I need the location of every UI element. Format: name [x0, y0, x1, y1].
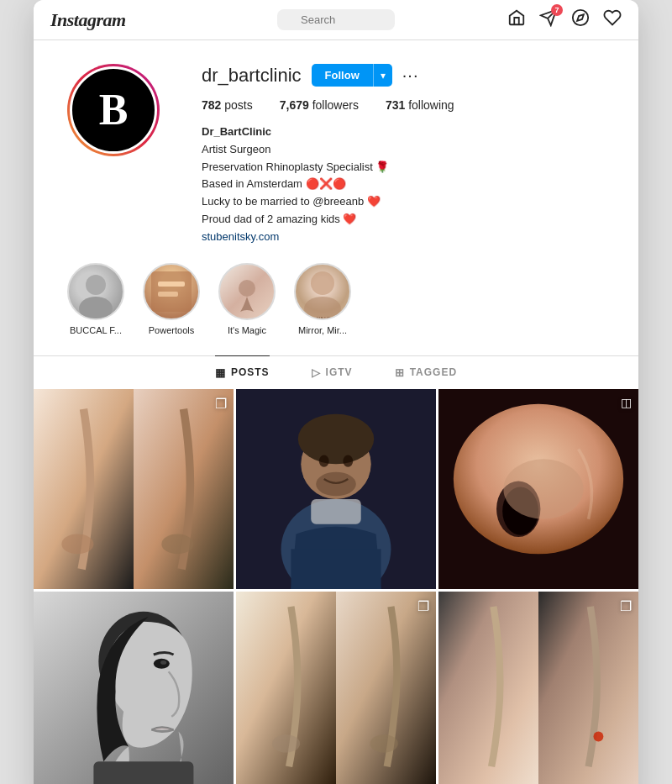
- profile-name-row: dr_bartclinic Follow ▾ ···: [202, 64, 605, 87]
- grid-image-1: [34, 389, 234, 589]
- story-label-3: It's Magic: [228, 325, 266, 335]
- svg-point-28: [503, 459, 583, 518]
- tab-igtv-label: IGTV: [326, 366, 353, 378]
- search-input[interactable]: [277, 9, 395, 30]
- multi-icon-3: ◫: [621, 396, 632, 409]
- messenger-badge: 7: [551, 4, 563, 16]
- story-circle-2: [143, 263, 200, 320]
- grid-item-3[interactable]: ◫: [438, 389, 638, 589]
- explore-icon[interactable]: [571, 8, 590, 31]
- bio-link[interactable]: stubenitsky.com: [202, 229, 605, 246]
- grid-image-4: [34, 592, 234, 784]
- svg-rect-22: [291, 549, 381, 589]
- svg-point-21: [316, 471, 356, 496]
- svg-point-38: [370, 734, 397, 752]
- svg-point-41: [593, 731, 603, 741]
- bio-line4: Lucky to be married to @breeanb ❤️: [202, 193, 605, 211]
- home-icon[interactable]: [507, 8, 526, 31]
- svg-rect-5: [158, 292, 178, 297]
- tab-posts[interactable]: ▦ POSTS: [215, 355, 270, 389]
- igtv-tab-icon: ▷: [312, 366, 321, 379]
- avatar-letter: B: [99, 88, 129, 132]
- svg-point-33: [160, 660, 166, 665]
- svg-rect-23: [311, 498, 361, 524]
- follow-btn-group: Follow ▾: [312, 64, 392, 87]
- grid-item-4[interactable]: [34, 592, 234, 784]
- svg-point-13: [161, 534, 193, 554]
- svg-point-11: [61, 534, 93, 554]
- grid-item-2[interactable]: [236, 389, 436, 589]
- tab-tagged-label: TAGGED: [410, 366, 457, 378]
- search-area: 🔍: [241, 9, 432, 30]
- stories-row: BUCCAL F... Powertools It's Magic: [34, 246, 638, 335]
- profile-avatar-wrap: B: [67, 64, 160, 156]
- tab-posts-label: POSTS: [231, 366, 270, 378]
- tagged-tab-icon: ⊞: [395, 366, 405, 379]
- following-label: following: [408, 98, 454, 112]
- profile-area: B dr_bartclinic Follow ▾ ··· 782 posts 7…: [34, 40, 638, 246]
- bio-name: Dr_BartClinic: [202, 124, 605, 141]
- more-options-button[interactable]: ···: [402, 66, 419, 85]
- follow-button[interactable]: Follow: [312, 64, 373, 87]
- grid-image-3: [438, 389, 638, 589]
- following-stat[interactable]: 731 following: [386, 98, 454, 112]
- story-item-4[interactable]: RHINOPLASTY Mirror, Mir...: [294, 263, 351, 335]
- profile-stats: 782 posts 7,679 followers 731 following: [202, 98, 605, 112]
- followers-label: followers: [312, 98, 359, 112]
- messenger-icon[interactable]: 7: [539, 8, 558, 31]
- svg-point-19: [319, 455, 329, 466]
- profile-bio: Dr_BartClinic Artist Surgeon Preservatio…: [202, 124, 605, 246]
- multi-icon-1: ❐: [215, 396, 227, 412]
- instagram-logo: Instagram: [50, 9, 241, 31]
- tab-tagged[interactable]: ⊞ TAGGED: [395, 355, 457, 389]
- story-item-3[interactable]: It's Magic: [218, 263, 276, 335]
- posts-tab-icon: ▦: [215, 366, 226, 379]
- profile-info: dr_bartclinic Follow ▾ ··· 782 posts 7,6…: [202, 64, 605, 246]
- bio-line2: Preservation Rhinoplasty Specialist 🌹: [202, 159, 605, 176]
- photo-grid: ❐: [34, 389, 638, 784]
- svg-point-18: [298, 413, 374, 464]
- bio-line5: Proud dad of 2 amazing kids ❤️: [202, 211, 605, 229]
- tab-bar: ▦ POSTS ▷ IGTV ⊞ TAGGED: [34, 355, 638, 389]
- posts-stat: 782 posts: [202, 98, 253, 112]
- profile-username: dr_bartclinic: [202, 65, 302, 87]
- multi-icon-6: ❐: [620, 598, 632, 614]
- top-nav: Instagram 🔍 7: [34, 0, 638, 40]
- multi-icon-5: ❐: [417, 598, 429, 614]
- svg-rect-35: [236, 592, 336, 784]
- story-circle-4: RHINOPLASTY: [294, 263, 351, 320]
- browser-window: Instagram 🔍 7: [34, 0, 638, 784]
- story-circle-1: [67, 263, 124, 320]
- grid-image-6: [438, 592, 638, 784]
- svg-point-2: [79, 297, 113, 318]
- tab-igtv[interactable]: ▷ IGTV: [312, 355, 353, 389]
- story-circle-3: [218, 263, 276, 320]
- heart-icon[interactable]: [603, 8, 622, 31]
- svg-point-20: [343, 455, 353, 466]
- posts-count: 782: [202, 98, 221, 112]
- grid-item-1[interactable]: ❐: [34, 389, 234, 589]
- grid-item-5[interactable]: ❐: [236, 592, 436, 784]
- bio-line3: Based in Amsterdam 🔴❌🔴: [202, 176, 605, 193]
- nav-icons: 7: [431, 8, 622, 31]
- story-label-4: Mirror, Mir...: [298, 325, 347, 335]
- story-item[interactable]: BUCCAL F...: [67, 263, 124, 335]
- following-count: 731: [386, 98, 405, 112]
- story-item-2[interactable]: Powertools: [143, 263, 200, 335]
- svg-point-0: [573, 10, 588, 25]
- grid-image-2: [236, 389, 436, 589]
- posts-label-text: posts: [224, 98, 252, 112]
- story-label-2: Powertools: [149, 325, 194, 335]
- grid-item-6[interactable]: ❐: [438, 592, 638, 784]
- svg-point-7: [311, 271, 334, 295]
- svg-point-6: [239, 280, 255, 297]
- svg-rect-34: [93, 761, 193, 784]
- followers-count: 7,679: [280, 98, 309, 112]
- svg-rect-39: [438, 592, 538, 784]
- followers-stat[interactable]: 7,679 followers: [280, 98, 359, 112]
- avatar-ring: B: [67, 64, 160, 156]
- follow-dropdown-button[interactable]: ▾: [373, 64, 392, 87]
- svg-text:RHINOPLASTY: RHINOPLASTY: [307, 315, 349, 318]
- grid-image-5: [236, 592, 436, 784]
- svg-rect-4: [158, 282, 185, 287]
